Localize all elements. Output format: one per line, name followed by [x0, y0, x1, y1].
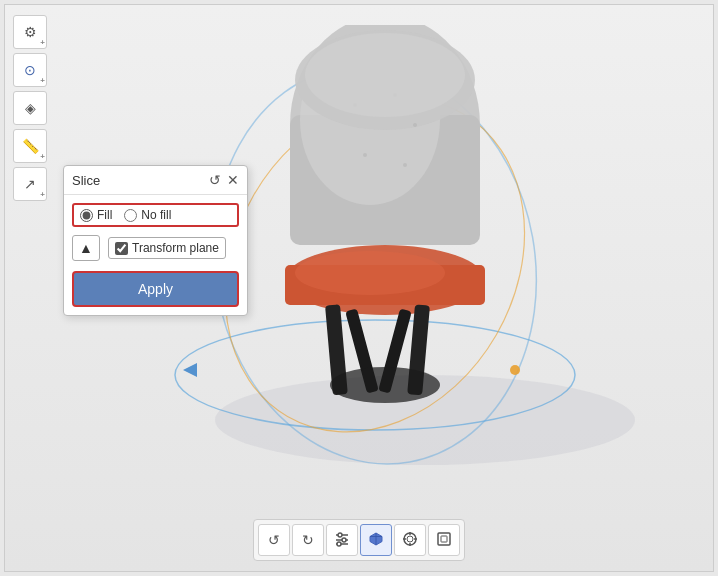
slice-button[interactable]: ⊙ + [13, 53, 47, 87]
export-button[interactable]: ↗ + [13, 167, 47, 201]
slice-header-actions: ↺ ✕ [209, 172, 239, 188]
close-slice-button[interactable]: ✕ [227, 172, 239, 188]
transform-plane-option[interactable]: Transform plane [108, 237, 226, 259]
no-fill-label: No fill [141, 208, 171, 222]
main-viewport: ⚙ + ⊙ + ◈ 📏 + ↗ + Slice ↺ ✕ [4, 4, 714, 572]
slice-icon: ⊙ [24, 62, 36, 78]
svg-rect-36 [438, 533, 450, 545]
sliders-icon [334, 531, 350, 550]
gear-icon: ⚙ [24, 24, 37, 40]
slice-panel: Slice ↺ ✕ Fill No fill ▲ [63, 165, 248, 316]
cube-icon [368, 531, 384, 550]
undo-button[interactable]: ↺ [258, 524, 290, 556]
apply-label: Apply [138, 281, 173, 297]
flip-icon: ▲ [79, 240, 93, 256]
plane-controls-row: ▲ Transform plane [72, 235, 239, 261]
redo-icon: ↻ [302, 532, 314, 548]
mesh-icon: ◈ [25, 100, 36, 116]
fill-radio[interactable] [80, 209, 93, 222]
slice-panel-body: Fill No fill ▲ Transform plane Ap [64, 195, 247, 315]
undo-icon: ↺ [268, 532, 280, 548]
svg-point-20 [413, 123, 417, 127]
target-button[interactable] [394, 524, 426, 556]
no-fill-radio[interactable] [124, 209, 137, 222]
svg-point-27 [342, 538, 346, 542]
plus-badge: + [40, 191, 45, 199]
settings-button[interactable]: ⚙ + [13, 15, 47, 49]
flip-plane-button[interactable]: ▲ [72, 235, 100, 261]
no-fill-option[interactable]: No fill [124, 208, 171, 222]
svg-rect-37 [441, 536, 447, 542]
plus-badge: + [40, 153, 45, 161]
svg-point-29 [337, 542, 341, 546]
svg-point-16 [330, 367, 440, 403]
slice-panel-header: Slice ↺ ✕ [64, 166, 247, 195]
svg-point-25 [338, 533, 342, 537]
fill-option[interactable]: Fill [80, 208, 112, 222]
measure-button[interactable]: 📏 + [13, 129, 47, 163]
apply-button[interactable]: Apply [72, 271, 239, 307]
plus-badge: + [40, 39, 45, 47]
mesh-button[interactable]: ◈ [13, 91, 47, 125]
slice-panel-title: Slice [72, 173, 100, 188]
fill-label: Fill [97, 208, 112, 222]
fill-options-row: Fill No fill [72, 203, 239, 227]
frame-button[interactable] [428, 524, 460, 556]
measure-icon: 📏 [22, 138, 39, 154]
bottom-toolbar: ↺ ↻ [253, 519, 465, 561]
export-icon: ↗ [24, 176, 36, 192]
chair-3d-model [195, 25, 575, 465]
undo-slice-button[interactable]: ↺ [209, 172, 221, 188]
frame-icon [436, 531, 452, 550]
cube-button[interactable] [360, 524, 392, 556]
target-icon [402, 531, 418, 550]
plus-badge: + [40, 77, 45, 85]
svg-point-11 [295, 251, 445, 295]
left-toolbar: ⚙ + ⊙ + ◈ 📏 + ↗ + [13, 15, 53, 201]
transform-plane-checkbox[interactable] [115, 242, 128, 255]
redo-button[interactable]: ↻ [292, 524, 324, 556]
svg-point-21 [363, 153, 367, 157]
transform-plane-label: Transform plane [132, 241, 219, 255]
svg-point-31 [407, 536, 413, 542]
svg-point-23 [305, 33, 465, 117]
toolbar-settings-button[interactable] [326, 524, 358, 556]
svg-point-22 [403, 163, 407, 167]
